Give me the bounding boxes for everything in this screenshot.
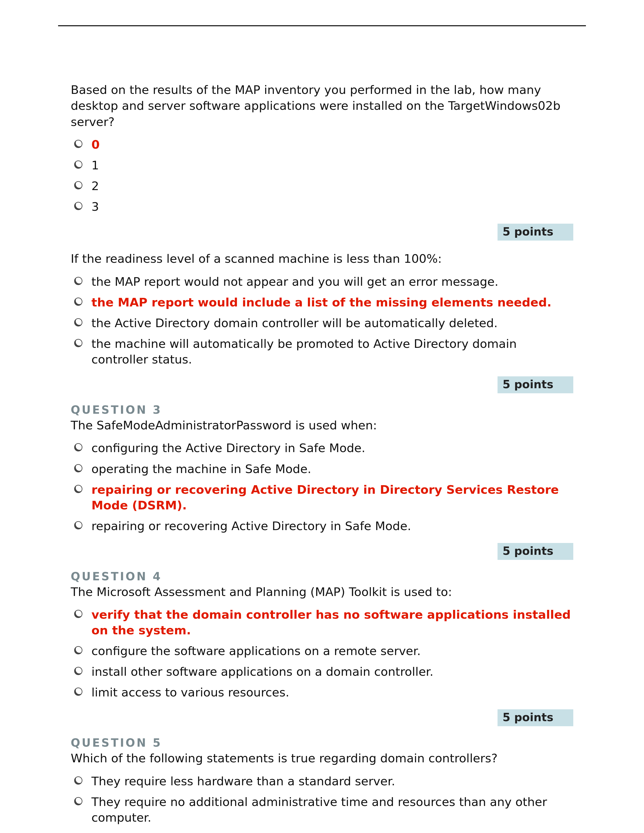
question-block: QUESTION 5Which of the following stateme…	[71, 737, 573, 828]
points-badge: 5 points	[497, 224, 573, 241]
points-row: 5 points	[71, 543, 573, 560]
radio-icon[interactable]	[73, 317, 83, 327]
option-row: 0	[71, 134, 573, 155]
option-row: the MAP report would include a list of t…	[71, 292, 573, 313]
option-row: install other software applications on a…	[71, 661, 573, 682]
option-text: They require less hardware than a standa…	[92, 774, 573, 789]
points-row: 5 points	[71, 376, 573, 393]
question-label: QUESTION 5	[71, 737, 573, 749]
option-text: the machine will automatically be promot…	[92, 336, 573, 367]
radio-icon[interactable]	[73, 796, 83, 806]
question-label: QUESTION 3	[71, 404, 573, 416]
option-row: configuring the Active Directory in Safe…	[71, 438, 573, 458]
option-row: operating the machine in Safe Mode.	[71, 459, 573, 479]
radio-icon[interactable]	[73, 775, 83, 786]
option-row: repairing or recovering Active Directory…	[71, 516, 573, 536]
radio-icon[interactable]	[73, 687, 83, 697]
option-text: limit access to various resources.	[92, 685, 573, 700]
option-row: They require less hardware than a standa…	[71, 771, 573, 791]
option-text: 2	[92, 178, 573, 194]
option-row: the MAP report would not appear and you …	[71, 271, 573, 292]
question-text: The Microsoft Assessment and Planning (M…	[71, 584, 573, 600]
option-text: configuring the Active Directory in Safe…	[92, 440, 573, 456]
options: 0 1 2 3	[71, 134, 573, 217]
question-label: QUESTION 4	[71, 570, 573, 583]
question-block: If the readiness level of a scanned mach…	[71, 251, 573, 393]
option-text-answer: repairing or recovering Active Directory…	[92, 482, 573, 513]
option-row: configure the software applications on a…	[71, 641, 573, 661]
radio-icon[interactable]	[73, 338, 83, 348]
option-row: They require no additional administrativ…	[71, 791, 573, 828]
option-row: the Active Directory domain controller w…	[71, 313, 573, 333]
option-row: 3	[71, 196, 573, 217]
question-text: Based on the results of the MAP inventor…	[71, 82, 573, 130]
option-row: the machine will automatically be promot…	[71, 333, 573, 370]
radio-icon[interactable]	[73, 645, 83, 655]
points-badge: 5 points	[497, 376, 573, 393]
question-block: QUESTION 4The Microsoft Assessment and P…	[71, 570, 573, 727]
radio-icon[interactable]	[73, 180, 83, 190]
option-text: operating the machine in Safe Mode.	[92, 461, 573, 477]
option-text: the Active Directory domain controller w…	[92, 315, 573, 331]
radio-icon[interactable]	[73, 484, 83, 494]
option-row: repairing or recovering Active Directory…	[71, 479, 573, 516]
radio-icon[interactable]	[73, 297, 83, 307]
points-badge: 5 points	[497, 543, 573, 560]
radio-icon[interactable]	[73, 201, 83, 211]
radio-icon[interactable]	[73, 666, 83, 676]
page: Based on the results of the MAP inventor…	[0, 0, 644, 833]
option-text: configure the software applications on a…	[92, 643, 573, 659]
option-text-answer: the MAP report would include a list of t…	[92, 294, 573, 310]
radio-icon[interactable]	[73, 520, 83, 530]
option-text: install other software applications on a…	[92, 664, 573, 680]
content: Based on the results of the MAP inventor…	[58, 82, 586, 828]
questions-container: Based on the results of the MAP inventor…	[71, 82, 573, 828]
question-block: Based on the results of the MAP inventor…	[71, 82, 573, 241]
question-text: Which of the following statements is tru…	[71, 750, 573, 766]
option-row: 2	[71, 176, 573, 196]
question-text: If the readiness level of a scanned mach…	[71, 251, 573, 267]
options: the MAP report would not appear and you …	[71, 271, 573, 370]
option-row: 1	[71, 155, 573, 176]
radio-icon[interactable]	[73, 276, 83, 286]
option-row: limit access to various resources.	[71, 682, 573, 703]
options: configuring the Active Directory in Safe…	[71, 438, 573, 536]
option-row: verify that the domain controller has no…	[71, 604, 573, 641]
radio-icon[interactable]	[73, 609, 83, 619]
option-text-answer: 0	[92, 137, 573, 153]
option-text: the MAP report would not appear and you …	[92, 274, 573, 289]
points-row: 5 points	[71, 224, 573, 241]
option-text: 3	[92, 199, 573, 215]
option-text: 1	[92, 158, 573, 173]
radio-icon[interactable]	[73, 139, 83, 149]
options: verify that the domain controller has no…	[71, 604, 573, 703]
option-text: They require no additional administrativ…	[92, 794, 573, 825]
points-badge: 5 points	[497, 709, 573, 726]
question-text: The SafeModeAdministratorPassword is use…	[71, 417, 573, 433]
radio-icon[interactable]	[73, 159, 83, 170]
points-row: 5 points	[71, 709, 573, 726]
question-block: QUESTION 3The SafeModeAdministratorPassw…	[71, 404, 573, 560]
radio-icon[interactable]	[73, 442, 83, 452]
top-rule	[58, 25, 586, 26]
option-text: repairing or recovering Active Directory…	[92, 518, 573, 534]
options: They require less hardware than a standa…	[71, 771, 573, 828]
option-text-answer: verify that the domain controller has no…	[92, 607, 573, 638]
radio-icon[interactable]	[73, 463, 83, 473]
